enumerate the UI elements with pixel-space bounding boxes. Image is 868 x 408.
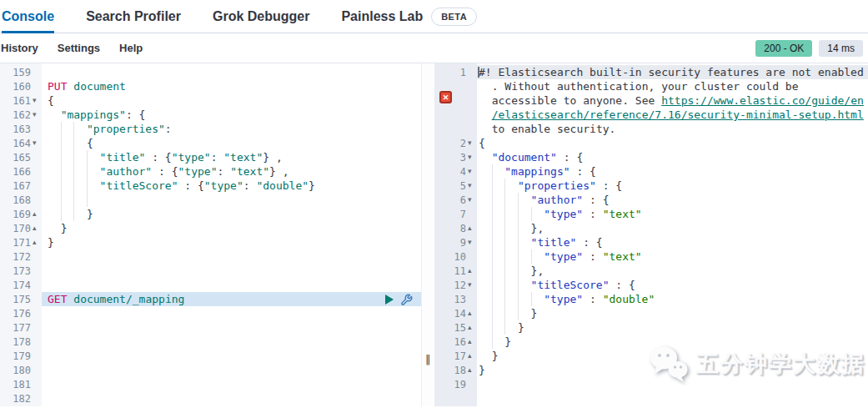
gutter-line: 164▾ xyxy=(0,136,42,150)
code-line[interactable] xyxy=(42,377,421,391)
fold-arrow-icon[interactable]: ▴ xyxy=(466,349,477,363)
code-line[interactable]: } xyxy=(42,207,421,221)
code-line[interactable]: to enable security. xyxy=(477,122,868,136)
fold-arrow-icon[interactable]: ▴ xyxy=(466,306,477,320)
code-line[interactable]: } xyxy=(477,306,868,320)
response-link[interactable]: /elasticsearch/reference/7.16/security-m… xyxy=(492,108,864,121)
code-line[interactable]: { xyxy=(42,93,421,108)
code-line[interactable] xyxy=(42,363,421,377)
code-line[interactable]: "mappings" : { xyxy=(477,164,868,179)
code-line[interactable]: { xyxy=(42,136,421,150)
fold-arrow-icon[interactable]: ▴ xyxy=(466,335,477,349)
code-line[interactable]: "author" : {"type": "text"} , xyxy=(42,164,421,179)
request-options-wrench-icon[interactable] xyxy=(400,294,413,306)
error-icon: ✕ xyxy=(439,91,452,103)
fold-arrow-icon[interactable]: ▾ xyxy=(466,179,477,193)
response-content[interactable]: 五分钟学大数据 #! Elasticsearch built-in securi… xyxy=(477,63,868,406)
code-line[interactable] xyxy=(42,193,421,207)
code-line[interactable]: accessible to anyone. See https://www.el… xyxy=(477,93,868,108)
menu-settings[interactable]: Settings xyxy=(58,42,100,54)
gutter-line: 4▾ xyxy=(434,164,477,179)
request-editor-content[interactable]: PUT document{ "mappings": { "properties"… xyxy=(42,63,421,406)
code-line[interactable]: "properties" : { xyxy=(477,179,868,193)
code-line[interactable]: "mappings": { xyxy=(42,108,421,122)
tab-grok-debugger[interactable]: Grok Debugger xyxy=(213,0,309,33)
gutter-line: 169▴ xyxy=(0,207,42,221)
code-line[interactable] xyxy=(42,405,421,406)
code-line[interactable] xyxy=(42,391,421,405)
fold-arrow-icon[interactable]: ▴ xyxy=(466,320,477,335)
menu-help[interactable]: Help xyxy=(119,42,143,54)
gutter-line: 167 xyxy=(0,179,42,193)
tab-painless-lab[interactable]: Painless Lab xyxy=(341,0,423,33)
top-nav: Console Search Profiler Grok Debugger Pa… xyxy=(0,0,868,33)
fold-arrow-icon[interactable]: ▾ xyxy=(466,193,477,207)
response-link[interactable]: https://www.elastic.co/guide/en xyxy=(661,94,864,107)
fold-arrow-icon[interactable]: ▾ xyxy=(31,108,42,122)
fold-arrow-icon[interactable]: ▴ xyxy=(31,221,42,235)
code-line[interactable]: } xyxy=(477,320,868,335)
code-line[interactable]: #! Elasticsearch built-in security featu… xyxy=(477,65,868,79)
code-line[interactable] xyxy=(42,306,421,320)
gutter-line: 1 xyxy=(434,65,477,79)
code-line[interactable] xyxy=(42,278,421,292)
code-line[interactable]: "properties": xyxy=(42,122,421,136)
fold-arrow-icon[interactable]: ▾ xyxy=(466,150,477,164)
fold-arrow-icon[interactable]: ▴ xyxy=(31,207,42,221)
fold-arrow-icon[interactable]: ▴ xyxy=(31,235,42,249)
code-line[interactable]: "author" : { xyxy=(477,193,868,207)
menu-history[interactable]: History xyxy=(1,42,38,54)
code-line[interactable]: "document" : { xyxy=(477,150,868,164)
code-line[interactable]: "title" : { xyxy=(477,235,868,249)
code-line[interactable]: GET document/_mapping xyxy=(42,292,421,306)
gutter-line: 16▴ xyxy=(434,335,477,349)
code-line[interactable]: "type" : "double" xyxy=(477,292,868,306)
fold-arrow-icon[interactable]: ▴ xyxy=(466,221,477,235)
code-line[interactable]: }, xyxy=(477,221,868,235)
code-line[interactable]: . Without authentication, your cluster c… xyxy=(477,79,868,93)
gutter-line: 174 xyxy=(0,278,42,292)
code-line[interactable]: "title" : {"type": "text"} , xyxy=(42,150,421,164)
code-line[interactable]: }, xyxy=(477,264,868,278)
fold-arrow-icon[interactable]: ▾ xyxy=(466,278,477,292)
code-line[interactable]: "titleScore" : {"type": "double"} xyxy=(42,179,421,193)
code-line[interactable] xyxy=(42,249,421,264)
gutter-line: 11▴ xyxy=(434,264,477,278)
code-line[interactable]: "type" : "text" xyxy=(477,249,868,264)
code-line[interactable] xyxy=(42,320,421,335)
code-line[interactable]: } xyxy=(477,349,868,363)
fold-arrow-icon[interactable]: ▾ xyxy=(31,136,42,150)
console-workspace: 159160161▾162▾163164▾165166167168169▴170… xyxy=(0,63,868,406)
gutter-line: 19 xyxy=(434,377,477,391)
fold-arrow-icon[interactable]: ▾ xyxy=(466,235,477,249)
code-line[interactable]: } xyxy=(42,221,421,235)
panel-divider: ‖ xyxy=(421,63,434,406)
panel-resize-handle-icon[interactable]: ‖ xyxy=(425,353,431,365)
code-line[interactable] xyxy=(477,377,868,391)
code-line[interactable] xyxy=(42,264,421,278)
code-line[interactable]: { xyxy=(477,136,868,150)
code-line[interactable]: PUT document xyxy=(42,79,421,93)
fold-arrow-icon[interactable]: ▾ xyxy=(31,93,42,108)
code-line[interactable] xyxy=(42,349,421,363)
fold-arrow-icon[interactable]: ▴ xyxy=(466,363,477,377)
code-line[interactable]: "titleScore" : { xyxy=(477,278,868,292)
code-line[interactable]: "type" : "text" xyxy=(477,207,868,221)
time-badge: 14 ms xyxy=(819,40,863,57)
code-line[interactable]: /elasticsearch/reference/7.16/security-m… xyxy=(477,108,868,122)
tab-search-profiler[interactable]: Search Profiler xyxy=(86,0,181,33)
code-line[interactable]: } xyxy=(477,335,868,349)
send-request-play-icon[interactable] xyxy=(384,294,394,305)
gutter-line: 171▴ xyxy=(0,235,42,249)
code-line[interactable]: } xyxy=(477,363,868,377)
code-line[interactable] xyxy=(42,335,421,349)
fold-arrow-icon[interactable]: ▾ xyxy=(466,164,477,179)
fold-arrow-icon[interactable]: ▴ xyxy=(466,264,477,278)
gutter-line: 173 xyxy=(0,264,42,278)
gutter-line: 9▾ xyxy=(434,235,477,249)
gutter-line: 179 xyxy=(0,349,42,363)
tab-console[interactable]: Console xyxy=(2,0,54,33)
code-line[interactable]: } xyxy=(42,235,421,249)
fold-arrow-icon[interactable]: ▾ xyxy=(466,136,477,150)
code-line[interactable] xyxy=(42,65,421,79)
